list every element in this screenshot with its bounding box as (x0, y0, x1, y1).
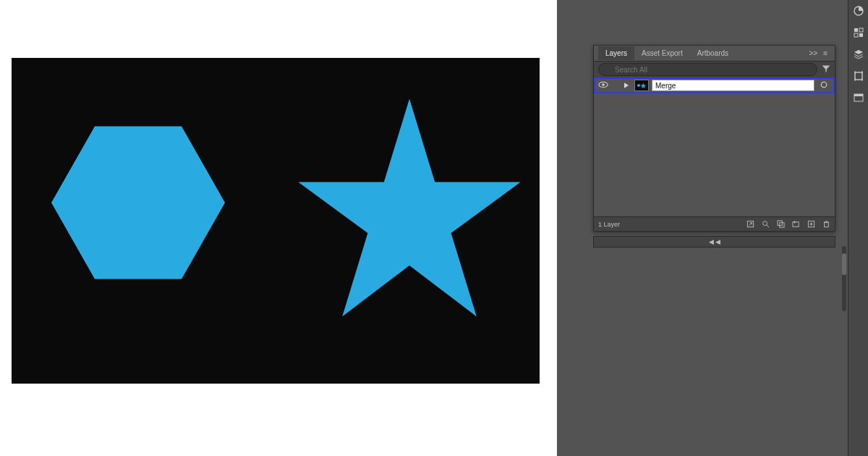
svg-rect-28 (859, 28, 863, 32)
svg-marker-7 (624, 83, 629, 88)
layer-thumbnail[interactable] (634, 80, 649, 91)
trash-icon[interactable] (822, 220, 830, 228)
document-paper (0, 0, 557, 456)
svg-point-11 (821, 82, 827, 88)
svg-rect-23 (825, 222, 829, 227)
svg-point-6 (602, 83, 605, 86)
eye-icon (598, 81, 608, 90)
chevron-left-icon: ◀ (709, 238, 714, 245)
panel-search-bar (594, 62, 835, 77)
layers-icon[interactable] (852, 48, 865, 61)
libraries-icon[interactable] (852, 91, 865, 104)
svg-rect-17 (793, 222, 799, 227)
svg-rect-32 (855, 72, 862, 80)
chevron-right-icon (624, 82, 629, 90)
search-input[interactable] (598, 63, 817, 76)
panel-menu-icon[interactable]: ≡ (820, 49, 830, 57)
filter-icon[interactable] (822, 64, 830, 75)
swatches-icon[interactable] (852, 26, 865, 39)
new-layer-icon[interactable] (807, 220, 815, 228)
hexagon-shape[interactable] (41, 116, 236, 290)
panel-footer: 1 Layer (594, 216, 835, 231)
svg-marker-0 (51, 126, 225, 279)
svg-rect-29 (854, 33, 858, 37)
tab-asset-export[interactable]: Asset Export (634, 46, 690, 60)
artboard[interactable] (12, 58, 540, 384)
chevron-left-icon: ◀ (715, 238, 720, 245)
svg-rect-27 (854, 28, 858, 32)
artboards-icon[interactable] (852, 69, 865, 83)
star-shape[interactable] (286, 94, 532, 326)
svg-marker-4 (822, 65, 830, 72)
locate-icon[interactable] (762, 220, 770, 228)
vertical-scrollbar[interactable] (842, 246, 846, 311)
svg-marker-31 (854, 50, 863, 54)
visibility-toggle[interactable] (595, 81, 611, 90)
canvas-pane[interactable] (0, 0, 557, 456)
layer-row[interactable] (594, 77, 835, 93)
new-sublayer-icon[interactable] (792, 220, 800, 228)
layer-list[interactable] (594, 77, 835, 216)
dock-column (848, 0, 868, 456)
side-area: Layers Asset Export Artboards >> ≡ (557, 0, 868, 456)
svg-rect-30 (859, 33, 863, 37)
svg-marker-1 (298, 98, 520, 316)
svg-rect-38 (854, 94, 863, 96)
tab-artboards[interactable]: Artboards (690, 46, 736, 60)
layers-panel: Layers Asset Export Artboards >> ≡ (593, 45, 835, 232)
svg-line-14 (767, 225, 769, 227)
layer-count-label: 1 Layer (598, 221, 620, 228)
svg-point-13 (763, 221, 767, 226)
color-icon[interactable] (852, 4, 865, 17)
export-icon[interactable] (746, 220, 754, 228)
layer-name-input[interactable] (652, 80, 814, 91)
panel-tabs: Layers Asset Export Artboards >> ≡ (594, 46, 835, 62)
tabs-more-icon[interactable]: >> (806, 49, 820, 57)
clip-mask-icon[interactable] (777, 220, 785, 228)
twirl-toggle[interactable] (621, 82, 631, 90)
tab-layers[interactable]: Layers (598, 46, 634, 60)
panel-collapse-bar[interactable]: ◀ ◀ (593, 236, 835, 248)
target-button[interactable] (814, 81, 833, 90)
circle-target-icon (820, 81, 827, 90)
